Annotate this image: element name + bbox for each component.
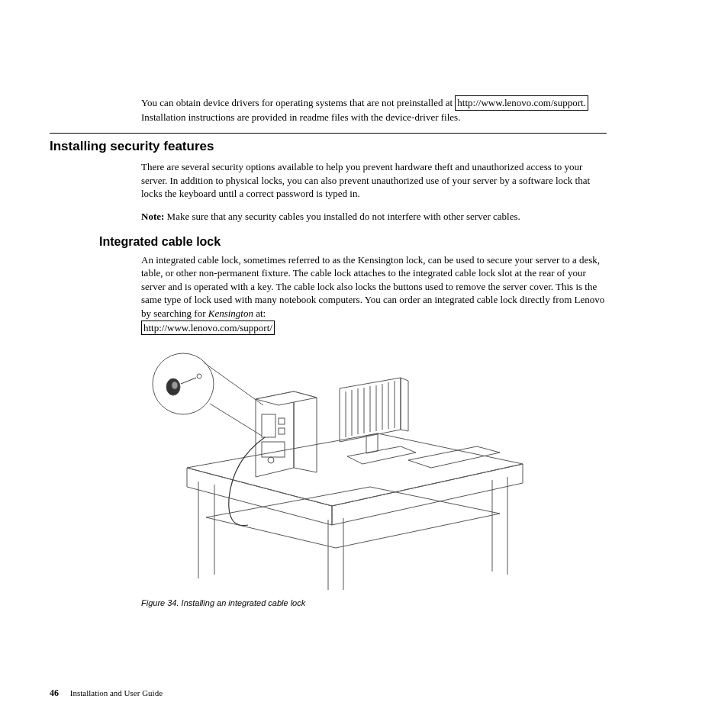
page-content: You can obtain device drivers for operat… [50,95,607,609]
support-link-1[interactable]: http://www.lenovo.com/support. [455,95,588,111]
security-paragraph: There are several security options avail… [141,160,607,201]
footer-title: Installation and User Guide [70,688,163,697]
note-text: Make sure that any security cables you i… [167,211,520,222]
intro-paragraph: You can obtain device drivers for operat… [141,95,607,124]
note-label: Note: [141,211,164,222]
svg-point-20 [153,353,214,414]
svg-rect-9 [279,418,285,424]
cable-lock-paragraph: An integrated cable lock, sometimes refe… [141,253,607,335]
note-block: Note: Make sure that any security cables… [141,210,607,224]
svg-line-26 [210,404,262,436]
svg-rect-7 [262,442,285,457]
page-footer: 46 Installation and User Guide [50,687,163,699]
page-number: 46 [50,688,59,698]
at-text: at: [253,308,266,319]
svg-rect-10 [279,428,285,434]
kensington-term: Kensington [208,308,253,319]
figure-caption: Figure 34. Installing an integrated cabl… [141,598,607,609]
intro-text-b: Installation instructions are provided i… [141,111,460,123]
intro-text-a: You can obtain device drivers for operat… [141,97,453,108]
svg-point-8 [268,457,274,463]
support-link-2[interactable]: http://www.lenovo.com/support/ [141,321,275,336]
section-divider [50,133,607,134]
heading-integrated-cable-lock: Integrated cable lock [99,234,607,250]
svg-rect-6 [262,414,275,437]
figure-illustration [141,346,607,590]
svg-point-22 [172,382,178,389]
heading-installing-security: Installing security features [50,138,607,156]
cable-lock-diagram-icon [141,346,530,590]
